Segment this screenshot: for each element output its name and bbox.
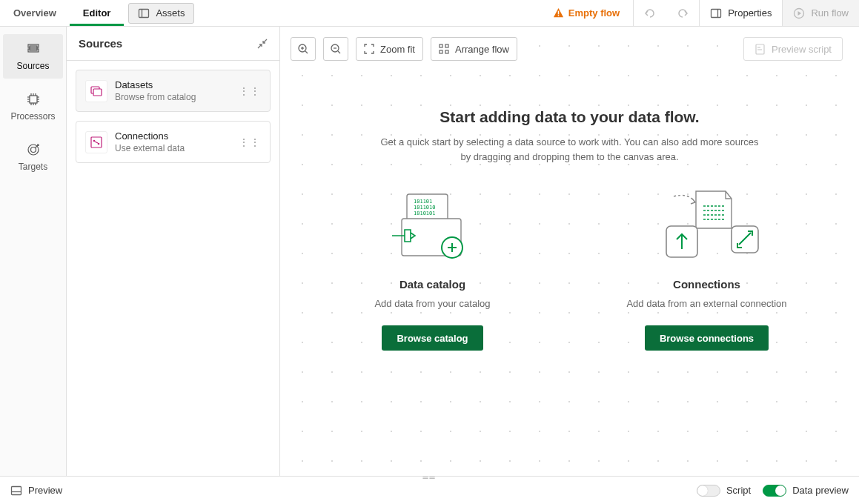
source-card-connections[interactable]: Connections Use external data ⋮⋮ [76,121,271,163]
svg-rect-59 [12,486,21,494]
card-title: Connections [115,130,231,142]
zoom-fit-label: Zoom fit [380,44,415,55]
empty-heading: Start adding data to your data flow. [440,108,699,126]
svg-point-24 [30,147,36,153]
data-preview-label: Data preview [792,485,849,496]
svg-text:1011010: 1011010 [414,205,436,210]
card-title: Datasets [115,79,231,90]
canvas-toolbar: Zoom fit Arrange flow [291,37,517,61]
sources-icon [26,42,41,56]
panel-icon [138,7,150,19]
tile-desc: Add data from an external connection [626,298,786,309]
browse-connections-button[interactable]: Browse connections [645,325,769,351]
svg-point-28 [93,139,96,142]
svg-line-32 [305,51,308,53]
svg-rect-4 [712,9,721,17]
rail-item-sources[interactable]: Sources [3,34,63,79]
play-icon [793,7,805,19]
tile-desc: Add data from your catalog [374,298,490,309]
svg-rect-2 [558,11,560,15]
zoom-out-icon [330,43,342,55]
resize-handle[interactable]: ══ [421,474,439,480]
empty-flow-label: Empty flow [568,7,620,19]
svg-rect-40 [440,50,442,53]
empty-description: Get a quick start by selecting a data so… [377,135,763,164]
svg-text:101101: 101101 [414,199,432,205]
panel-right-icon [710,7,722,19]
rail-label: Targets [19,162,47,172]
zoom-in-icon [297,43,309,55]
arrange-icon [439,44,449,54]
canvas-empty-state: Start adding data to your data flow. Get… [280,108,859,351]
zoom-fit-icon [364,44,374,54]
preview-label: Preview [28,485,62,496]
main-area: Sources Processors [0,27,859,476]
assets-button[interactable]: Assets [128,3,194,24]
tab-editor[interactable]: Editor [70,0,125,26]
svg-line-36 [338,51,340,53]
datasets-icon [85,80,107,102]
drag-handle[interactable]: ⋮⋮ [239,140,261,145]
collapse-icon [257,39,268,49]
sources-panel: Sources Datasets Browse from catal [67,27,280,476]
svg-rect-3 [558,15,560,16]
run-flow-label: Run flow [811,7,849,19]
tile-title: Data catalog [399,278,465,291]
svg-line-30 [95,142,98,143]
rail-label: Processors [10,111,55,122]
card-subtitle: Browse from catalog [115,92,231,102]
connections-icon [85,131,107,153]
rail-item-targets[interactable]: Targets [0,132,66,182]
svg-rect-9 [30,46,37,50]
preview-script-button[interactable]: Preview script [743,37,843,61]
source-card-datasets[interactable]: Datasets Browse from catalog ⋮⋮ [76,70,271,112]
arrange-flow-label: Arrange flow [455,44,509,55]
card-subtitle: Use external data [115,143,231,153]
assets-label: Assets [156,7,185,19]
empty-tiles: 101101 1011010 1010101 Data catalog Add … [340,183,800,351]
properties-button[interactable]: Properties [700,0,782,26]
script-icon [754,44,766,55]
svg-rect-0 [139,9,149,17]
tab-overview[interactable]: Overview [0,0,70,26]
drag-handle[interactable]: ⋮⋮ [239,89,261,93]
undo-icon [643,7,657,20]
warning-icon [553,7,564,19]
svg-text:1010101: 1010101 [414,210,436,216]
arrange-flow-button[interactable]: Arrange flow [431,37,517,61]
preview-toggle-button[interactable]: Preview [10,485,62,497]
tile-connections: Connections Add data from an external co… [614,183,800,351]
svg-rect-26 [93,89,102,96]
panel-title: Sources [79,37,122,50]
script-toggle[interactable] [697,485,720,497]
browse-catalog-button[interactable]: Browse catalog [382,325,482,351]
svg-rect-41 [445,50,448,53]
top-tabs: Overview Editor [0,0,124,26]
rail-item-processors[interactable]: Processors [0,82,66,132]
zoom-out-button[interactable] [323,37,348,61]
data-catalog-illustration: 101101 1011010 1010101 [388,183,477,265]
collapse-panel-button[interactable] [257,39,268,49]
empty-flow-indicator: Empty flow [553,7,633,19]
run-flow-button[interactable]: Run flow [783,0,859,26]
rail-label: Sources [16,61,49,71]
panel-header: Sources [67,27,279,61]
targets-icon [26,142,41,157]
undo-button[interactable] [634,0,666,26]
data-preview-toggle[interactable] [763,485,786,497]
panel-bottom-icon [10,485,22,497]
redo-button[interactable] [666,0,699,26]
svg-rect-10 [30,96,37,103]
flow-canvas[interactable]: Zoom fit Arrange flow Preview script [280,27,859,476]
redo-icon [676,7,689,20]
zoom-fit-button[interactable]: Zoom fit [356,37,423,61]
svg-point-29 [98,142,100,145]
preview-script-label: Preview script [772,44,832,55]
tile-data-catalog: 101101 1011010 1010101 Data catalog Add … [340,183,525,351]
tile-title: Connections [673,278,740,291]
zoom-in-button[interactable] [291,37,316,61]
script-label: Script [726,485,751,496]
svg-rect-38 [440,44,442,47]
top-bar: Overview Editor Assets Empty flow [0,0,859,27]
processors-icon [26,92,41,107]
